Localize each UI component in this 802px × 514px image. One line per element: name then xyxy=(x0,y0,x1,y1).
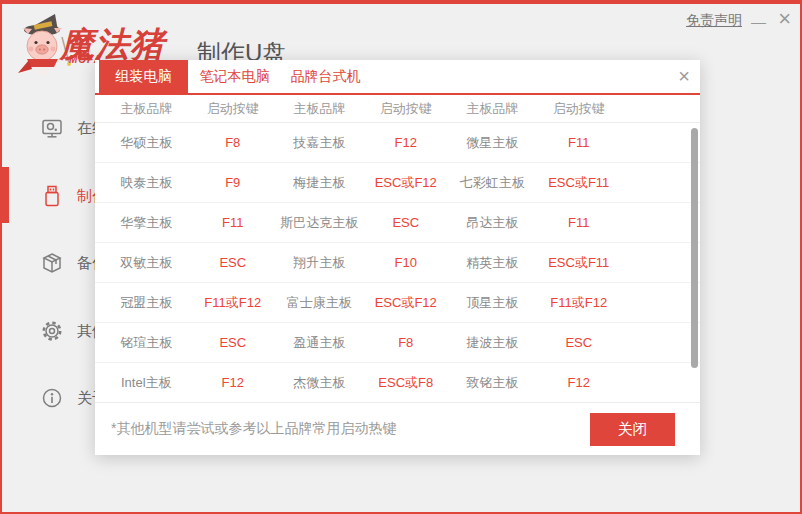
boot-key: F11或F12 xyxy=(190,294,277,312)
column-header: 主板品牌 xyxy=(103,100,190,118)
boot-key: ESC或F12 xyxy=(363,174,450,192)
boot-key: ESC或F8 xyxy=(363,374,450,392)
boot-key: F11 xyxy=(536,215,623,230)
boot-key: F8 xyxy=(363,335,450,350)
board-brand: 盈通主板 xyxy=(276,334,363,352)
table-row: 双敏主板 ESC 翔升主板 F10 精英主板 ESC或F11 xyxy=(95,243,700,283)
board-brand: 捷波主板 xyxy=(449,334,536,352)
table-row: Intel主板 F12 杰微主板 ESC或F8 致铭主板 F12 xyxy=(95,363,700,403)
board-brand: 顶星主板 xyxy=(449,294,536,312)
boot-key: F9 xyxy=(190,175,277,190)
close-button[interactable]: 关闭 xyxy=(590,413,675,446)
board-brand: 致铭主板 xyxy=(449,374,536,392)
table-header-row: 主板品牌 启动按键 主板品牌 启动按键 主板品牌 启动按键 xyxy=(95,95,700,123)
column-header: 启动按键 xyxy=(363,100,450,118)
table-row: 映泰主板 F9 梅捷主板 ESC或F12 七彩虹主板 ESC或F11 xyxy=(95,163,700,203)
backup-box-icon xyxy=(40,251,64,275)
board-brand: 技嘉主板 xyxy=(276,134,363,152)
board-brand: 映泰主板 xyxy=(103,174,190,192)
table-scrollbar[interactable] xyxy=(691,128,698,368)
board-brand: 精英主板 xyxy=(449,254,536,272)
minimize-button[interactable]: — xyxy=(751,14,766,29)
tab-laptop[interactable]: 笔记本电脑 xyxy=(190,60,279,93)
board-brand: 梅捷主板 xyxy=(276,174,363,192)
board-brand: 微星主板 xyxy=(449,134,536,152)
boot-key: F12 xyxy=(190,375,277,390)
board-brand: 昂达主板 xyxy=(449,214,536,232)
board-brand: 翔升主板 xyxy=(276,254,363,272)
board-brand: 冠盟主板 xyxy=(103,294,190,312)
board-brand: 斯巴达克主板 xyxy=(276,214,363,232)
boot-key: ESC或F11 xyxy=(536,254,623,272)
info-icon xyxy=(40,386,64,410)
board-brand: 华硕主板 xyxy=(103,134,190,152)
window-close-button[interactable]: × xyxy=(778,8,791,30)
boot-key: ESC或F12 xyxy=(363,294,450,312)
boot-key: ESC或F11 xyxy=(536,174,623,192)
boot-key: F8 xyxy=(190,135,277,150)
table-row: 华擎主板 F11 斯巴达克主板 ESC 昂达主板 F11 xyxy=(95,203,700,243)
boot-hotkey-dialog: 组装电脑 笔记本电脑 品牌台式机 × 主板品牌 启动按键 主板品牌 启动按键 主… xyxy=(95,60,700,455)
monitor-icon xyxy=(40,116,64,140)
tab-brand-desktop[interactable]: 品牌台式机 xyxy=(281,60,370,93)
table-row: 冠盟主板 F11或F12 富士康主板 ESC或F12 顶星主板 F11或F12 xyxy=(95,283,700,323)
gear-icon xyxy=(40,319,64,343)
column-header: 主板品牌 xyxy=(449,100,536,118)
board-brand: 双敏主板 xyxy=(103,254,190,272)
boot-key: F11 xyxy=(190,215,277,230)
usb-drive-icon xyxy=(40,184,64,208)
board-brand: 铭瑄主板 xyxy=(103,334,190,352)
boot-key: ESC xyxy=(190,255,277,270)
boot-key: ESC xyxy=(536,335,623,350)
boot-key: ESC xyxy=(190,335,277,350)
column-header: 主板品牌 xyxy=(276,100,363,118)
board-brand: 杰微主板 xyxy=(276,374,363,392)
board-brand: 富士康主板 xyxy=(276,294,363,312)
dialog-close-icon[interactable]: × xyxy=(678,64,690,88)
board-brand: Intel主板 xyxy=(103,374,190,392)
boot-key: F10 xyxy=(363,255,450,270)
boot-key: F11或F12 xyxy=(536,294,623,312)
disclaimer-link[interactable]: 免责声明 xyxy=(686,12,742,30)
board-brand: 华擎主板 xyxy=(103,214,190,232)
column-header: 启动按键 xyxy=(536,100,623,118)
app-window: 魔法猪 MOFA 制作U盘 免责声明 — × 在线 xyxy=(0,0,802,514)
boot-key: F11 xyxy=(536,135,623,150)
table-row: 华硕主板 F8 技嘉主板 F12 微星主板 F11 xyxy=(95,123,700,163)
table-row: 铭瑄主板 ESC 盈通主板 F8 捷波主板 ESC xyxy=(95,323,700,363)
boot-key: F12 xyxy=(536,375,623,390)
column-header: 启动按键 xyxy=(190,100,277,118)
footer-note: *其他机型请尝试或参考以上品牌常用启动热键 xyxy=(111,420,396,438)
tab-assembled-pc[interactable]: 组装电脑 xyxy=(99,60,188,93)
boot-key: ESC xyxy=(363,215,450,230)
dialog-tab-bar: 组装电脑 笔记本电脑 品牌台式机 × xyxy=(95,60,700,95)
board-brand: 七彩虹主板 xyxy=(449,174,536,192)
boot-key: F12 xyxy=(363,135,450,150)
dialog-footer: *其他机型请尝试或参考以上品牌常用启动热键 关闭 xyxy=(95,402,700,455)
